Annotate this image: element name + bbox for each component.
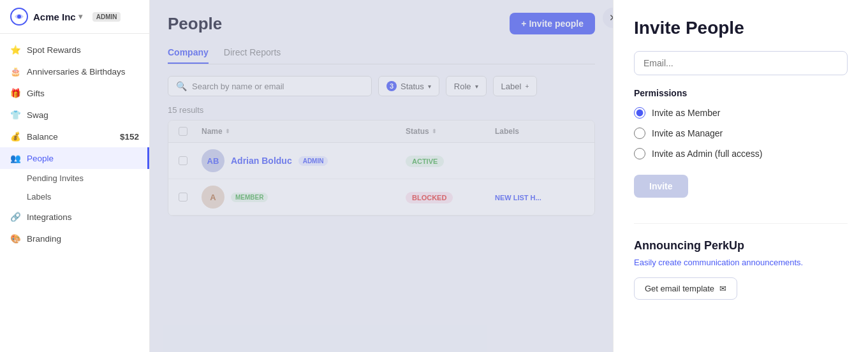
branding-icon: 🎨: [10, 233, 20, 244]
swag-icon: 👕: [10, 110, 20, 120]
close-icon: ✕: [609, 12, 614, 24]
permissions-radio-group: Invite as Member Invite as Manager Invit…: [634, 107, 848, 159]
sidebar-item-branding[interactable]: 🎨 Branding: [0, 228, 149, 249]
envelope-icon: ✉: [719, 284, 726, 293]
sidebar-item-integrations[interactable]: 🔗 Integrations: [0, 206, 149, 228]
svg-point-1: [17, 15, 21, 18]
sidebar-item-label: Swag: [27, 110, 48, 120]
star-icon: ⭐: [10, 45, 20, 55]
main-content: People + Invite people Company Direct Re…: [150, 0, 613, 352]
gift-icon: 🎁: [10, 88, 20, 98]
sidebar-item-label: Balance: [27, 132, 58, 142]
pending-invites-label: Pending Invites: [27, 173, 84, 183]
radio-input-manager[interactable]: [634, 128, 645, 139]
main-overlay: [150, 0, 613, 352]
sidebar-item-label: Branding: [27, 234, 61, 244]
radio-item-manager[interactable]: Invite as Manager: [634, 128, 848, 139]
app-logo: [10, 8, 28, 26]
panel-title: Invite People: [634, 18, 848, 38]
people-icon: 👥: [10, 153, 20, 163]
sidebar-item-label: Gifts: [27, 89, 45, 98]
radio-label-member: Invite as Member: [652, 108, 720, 118]
invite-panel: Invite People Permissions Invite as Memb…: [613, 0, 868, 352]
sidebar-item-swag[interactable]: 👕 Swag: [0, 104, 149, 126]
sidebar-item-label: Spot Rewards: [27, 45, 81, 55]
sidebar-item-label: Anniversaries & Birthdays: [27, 67, 126, 77]
sidebar-sub-item-pending-invites[interactable]: Pending Invites: [0, 169, 149, 187]
sidebar-item-anniversaries-birthdays[interactable]: 🎂 Anniversaries & Birthdays: [0, 61, 149, 82]
radio-item-member[interactable]: Invite as Member: [634, 107, 848, 119]
cake-icon: 🎂: [10, 66, 20, 77]
email-template-button[interactable]: Get email template ✉: [634, 277, 737, 300]
sidebar-item-balance[interactable]: 💰 Balance $152: [0, 126, 149, 147]
labels-label: Labels: [27, 192, 51, 202]
sidebar-item-people[interactable]: 👥 People: [0, 147, 149, 169]
sidebar-item-spot-rewards[interactable]: ⭐ Spot Rewards: [0, 39, 149, 61]
email-input[interactable]: [634, 51, 848, 75]
sidebar-item-label: Integrations: [27, 212, 72, 222]
sidebar-item-gifts[interactable]: 🎁 Gifts: [0, 82, 149, 104]
invite-button[interactable]: Invite: [634, 175, 688, 198]
radio-item-admin[interactable]: Invite as Admin (full access): [634, 148, 848, 159]
announcement-text: Easily create communication announcement…: [634, 258, 848, 267]
company-name[interactable]: Acme Inc ▾: [33, 11, 82, 22]
sidebar-item-label: People: [27, 154, 54, 163]
radio-input-admin[interactable]: [634, 148, 645, 159]
integrations-icon: 🔗: [10, 212, 20, 222]
admin-badge: ADMIN: [92, 12, 121, 22]
sidebar-nav: ⭐ Spot Rewards 🎂 Anniversaries & Birthda…: [0, 34, 149, 352]
balance-icon: 💰: [10, 131, 20, 142]
announcement-section: Announcing PerkUp Easily create communic…: [634, 223, 848, 300]
permissions-label: Permissions: [634, 88, 848, 98]
balance-amount: $152: [120, 132, 139, 142]
sidebar: Acme Inc ▾ ADMIN ⭐ Spot Rewards 🎂 Annive…: [0, 0, 150, 352]
announcement-title: Announcing PerkUp: [634, 239, 848, 253]
sidebar-header: Acme Inc ▾ ADMIN: [0, 0, 149, 34]
sidebar-sub-item-labels[interactable]: Labels: [0, 187, 149, 206]
radio-label-admin: Invite as Admin (full access): [652, 149, 763, 159]
radio-label-manager: Invite as Manager: [652, 128, 723, 138]
radio-input-member[interactable]: [634, 107, 645, 119]
email-template-label: Get email template: [645, 284, 714, 293]
